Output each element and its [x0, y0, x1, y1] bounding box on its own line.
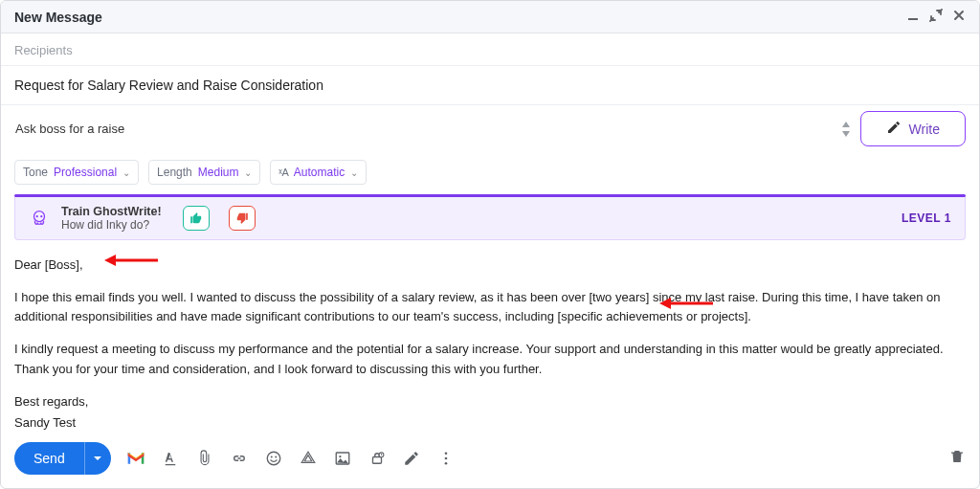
svg-point-13: [444, 462, 447, 465]
window-title: New Message: [14, 10, 102, 25]
toolbar-icons: [126, 449, 456, 468]
length-label: Length: [157, 166, 192, 179]
email-body[interactable]: Dear [Boss], I hope this email finds you…: [1, 250, 979, 433]
prompt-scroll-arrows: [841, 121, 851, 138]
recipients-field[interactable]: Recipients: [1, 33, 979, 66]
chevron-down-icon: ⌄: [350, 167, 358, 178]
svg-point-1: [34, 211, 45, 222]
language-value: Automatic: [294, 166, 345, 179]
train-title: Train GhostWrite!: [61, 205, 162, 218]
body-paragraph: I kindly request a meeting to discuss my…: [14, 340, 966, 378]
body-closing: Best regards,: [14, 392, 966, 411]
confidential-icon[interactable]: [368, 449, 387, 468]
chevron-down-icon: ⌄: [244, 167, 252, 178]
svg-rect-9: [372, 457, 381, 464]
close-icon[interactable]: [952, 9, 966, 25]
chevron-down-icon: ⌄: [122, 167, 130, 178]
length-value: Medium: [198, 166, 239, 179]
tone-filter[interactable]: Tone Professional ⌄: [14, 160, 139, 185]
tone-value: Professional: [54, 166, 117, 179]
body-signature: Sandy Test: [14, 413, 966, 433]
ai-prompt-input[interactable]: Ask boss for a raise: [14, 113, 826, 144]
write-button[interactable]: Write: [860, 111, 966, 146]
svg-point-3: [40, 215, 42, 217]
minimize-icon[interactable]: [906, 9, 920, 25]
scroll-up-icon[interactable]: [841, 121, 851, 128]
ai-prompt-row: Ask boss for a raise Write: [1, 105, 979, 152]
body-paragraph: I hope this email finds you well. I want…: [14, 288, 966, 326]
subject-field[interactable]: Request for Salary Review and Raise Cons…: [1, 66, 979, 105]
image-icon[interactable]: [333, 449, 352, 468]
send-more-button[interactable]: [84, 442, 111, 475]
window-controls: [906, 9, 966, 25]
send-button[interactable]: Send: [14, 442, 111, 475]
level-label: LEVEL 1: [902, 211, 951, 225]
language-filter[interactable]: ᵡA Automatic ⌄: [270, 160, 367, 185]
link-icon[interactable]: [230, 449, 249, 468]
pen-icon: [886, 120, 902, 138]
title-bar: New Message: [1, 1, 979, 33]
annotation-arrow-icon: [659, 297, 713, 310]
gmail-icon[interactable]: [126, 449, 145, 468]
text-format-icon[interactable]: [161, 449, 180, 468]
train-subtitle: How did Inky do?: [61, 218, 162, 232]
svg-rect-0: [908, 18, 918, 20]
compose-window: New Message Recipients Request for Salar…: [0, 0, 980, 489]
expand-icon[interactable]: [929, 9, 943, 25]
write-button-label: Write: [909, 122, 940, 137]
attach-icon[interactable]: [195, 449, 214, 468]
scroll-down-icon[interactable]: [841, 130, 851, 138]
svg-point-5: [270, 456, 272, 458]
inky-icon: [29, 208, 50, 229]
svg-point-2: [36, 215, 38, 217]
more-options-icon[interactable]: [436, 449, 456, 468]
emoji-icon[interactable]: [264, 449, 283, 468]
send-button-label: Send: [14, 442, 84, 475]
bottom-toolbar: Send: [1, 433, 979, 488]
annotation-arrow-icon: [104, 254, 158, 267]
svg-point-4: [267, 452, 280, 465]
train-banner: Train GhostWrite! How did Inky do? LEVEL…: [14, 197, 966, 240]
svg-point-11: [444, 452, 447, 455]
length-filter[interactable]: Length Medium ⌄: [148, 160, 260, 185]
thumbs-up-button[interactable]: [183, 206, 210, 231]
svg-point-12: [444, 457, 447, 460]
filter-row: Tone Professional ⌄ Length Medium ⌄ ᵡA A…: [1, 152, 979, 194]
delete-draft-button[interactable]: [948, 448, 966, 469]
translate-icon: ᵡA: [278, 167, 287, 179]
svg-point-6: [275, 456, 277, 458]
svg-point-8: [339, 456, 341, 457]
tone-label: Tone: [23, 166, 48, 179]
signature-icon[interactable]: [402, 449, 421, 468]
drive-icon[interactable]: [299, 449, 318, 468]
thumbs-down-button[interactable]: [229, 206, 256, 231]
